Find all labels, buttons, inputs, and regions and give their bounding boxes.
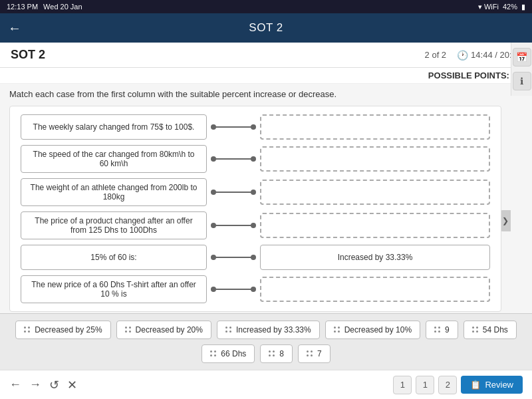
left-item-6: The new price of a 60 Dhs T-shirt after … [21,275,207,303]
right-drop-6[interactable] [260,277,490,302]
points-bar: POSSIBLE POINTS: 75 [0,68,532,84]
main-content: Match each case from the first column wi… [0,84,532,313]
info-button[interactable]: ℹ [513,72,531,90]
connector-1 [207,126,260,128]
match-row: The price of a product changed after an … [21,211,490,239]
review-button[interactable]: 📋 Review [461,376,523,394]
instruction: Match each case from the first column wi… [9,89,501,99]
answer-options: Decreased by 25% Decreased by 20% Increa… [0,313,532,370]
right-drop-3[interactable] [260,180,490,205]
match-row: The weekly salary changed from 75$ to 10… [21,114,490,140]
nav-forward-icon[interactable]: → [29,378,41,392]
connector-4 [207,225,260,226]
match-row: The speed of the car changed from 80km\h… [21,145,490,173]
side-panel-toggle[interactable]: ❯ [500,210,511,231]
left-item-4: The price of a product changed after an … [21,211,207,239]
option-9[interactable]: 9 [426,321,458,339]
right-drop-5[interactable]: Increased by 33.33% [260,245,490,270]
timer-icon: 🕐 [457,50,468,61]
battery-icon: ▮ [521,3,525,11]
left-item-3: The weight of an athlete changed from 20… [21,178,207,206]
page-btn-1[interactable]: 1 [393,376,412,394]
right-drop-1[interactable] [260,114,490,140]
connector-6 [207,289,260,290]
possible-points: POSSIBLE POINTS: 75 [428,70,521,80]
matching-container: The weekly salary changed from 75$ to 10… [9,106,501,312]
page-title: SOT 2 [11,48,45,62]
option-66-dhs[interactable]: 66 Dhs [201,344,255,363]
left-item-2: The speed of the car changed from 80km\h… [21,145,207,173]
battery: 42% [503,3,517,11]
option-increased-33[interactable]: Increased by 33.33% [217,321,320,339]
right-drop-2[interactable] [260,146,490,172]
match-row: The new price of a 60 Dhs T-shirt after … [21,275,490,303]
wifi-icon: ▾ WiFi [478,3,499,11]
left-item-1: The weekly salary changed from 75$ to 10… [21,114,207,140]
option-54-dhs[interactable]: 54 Dhs [464,321,517,339]
review-icon: 📋 [470,380,481,390]
option-decreased-20[interactable]: Decreased by 20% [116,321,211,339]
connector-3 [207,192,260,193]
options-row-1: Decreased by 25% Decreased by 20% Increa… [9,321,523,339]
bottom-nav: ← → ↺ ✕ 1 1 2 📋 Review [0,370,532,399]
nav-close-icon[interactable]: ✕ [67,378,77,392]
page-content: SOT 2 2 of 2 🕐 14:44 / 20:00 POSSIBLE PO… [0,43,532,399]
match-row: The weight of an athlete changed from 20… [21,178,490,206]
header-title: SOT 2 [249,21,283,35]
nav-refresh-icon[interactable]: ↺ [49,378,59,392]
header: ← SOT 2 [0,13,532,43]
connector-2 [207,158,260,160]
page-btn-2[interactable]: 1 [416,376,434,394]
nav-right: 1 1 2 📋 Review [393,376,523,394]
option-decreased-25[interactable]: Decreased by 25% [15,321,110,339]
option-7[interactable]: 7 [298,344,331,363]
date: Wed 20 Jan [43,3,82,11]
nav-back-icon[interactable]: ← [9,378,21,392]
back-button[interactable]: ← [8,21,21,36]
connector-5 [207,257,260,258]
progress: 2 of 2 [425,50,447,60]
calendar-button[interactable]: 📅 [513,48,531,66]
status-bar: 12:13 PM Wed 20 Jan ▾ WiFi 42% ▮ [0,0,532,13]
side-toolbar: 📅 ℹ [511,43,532,96]
right-drop-4[interactable] [260,213,490,238]
option-decreased-10[interactable]: Decreased by 10% [325,321,420,339]
review-label: Review [485,380,513,390]
page-btn-3[interactable]: 2 [438,376,457,394]
nav-left: ← → ↺ ✕ [9,378,77,392]
left-item-5: 15% of 60 is: [21,245,207,270]
options-row-2: 66 Dhs 8 7 [9,344,523,363]
info-bar: SOT 2 2 of 2 🕐 14:44 / 20:00 [0,43,532,68]
option-8[interactable]: 8 [260,344,293,363]
match-row: 15% of 60 is: Increased by 33.33% [21,245,490,270]
time: 12:13 PM [7,3,38,11]
